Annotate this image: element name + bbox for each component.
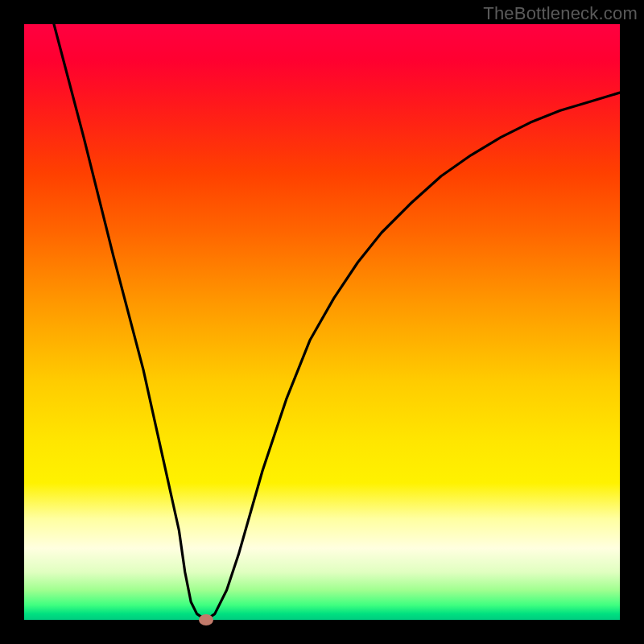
optimal-point-marker (199, 614, 213, 625)
bottleneck-curve (24, 24, 620, 620)
plot-area (24, 24, 620, 620)
watermark-text: TheBottleneck.com (483, 3, 638, 24)
chart-frame: TheBottleneck.com (0, 0, 644, 644)
